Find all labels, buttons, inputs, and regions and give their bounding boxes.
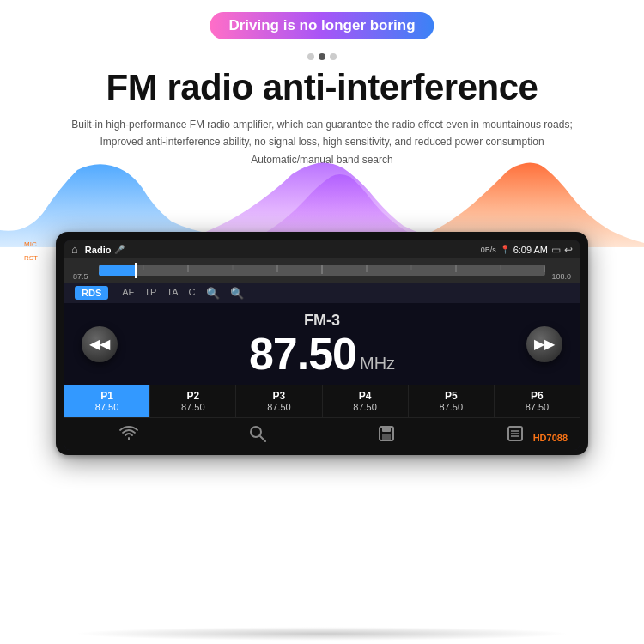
save-icon	[378, 425, 395, 447]
preset-4-freq: 87.50	[326, 402, 404, 412]
subtitle: Built-in high-performance FM radio ampli…	[0, 116, 644, 168]
rst-label: RST	[24, 254, 38, 262]
tuner-scale: 87.5 108.0	[64, 258, 580, 283]
subtitle-line2: Improved anti-interference ability, no s…	[0, 133, 644, 150]
nav-save[interactable]	[322, 425, 451, 447]
tuner-max: 108.0	[551, 272, 571, 281]
rds-c[interactable]: C	[189, 287, 196, 300]
rds-badge[interactable]: RDS	[75, 286, 108, 300]
nav-search[interactable]	[193, 425, 322, 447]
svg-line-12	[260, 436, 265, 441]
frequency-unit: MHz	[360, 354, 395, 374]
mic-label: MIC	[24, 240, 37, 248]
preset-1-freq: 87.50	[68, 402, 146, 412]
dot-2	[319, 53, 325, 60]
frequency-number: 87.50	[249, 331, 356, 376]
preset-6[interactable]: P6 87.50	[495, 385, 580, 417]
prev-button[interactable]: ◀◀	[82, 326, 118, 362]
signal-info: 0B/s	[481, 246, 496, 254]
dots-indicator	[307, 53, 337, 60]
preset-6-freq: 87.50	[498, 402, 576, 412]
search-icon	[249, 425, 266, 447]
preset-3[interactable]: P3 87.50	[236, 385, 322, 417]
home-icon[interactable]: ⌂	[71, 243, 78, 256]
svg-rect-14	[382, 427, 391, 432]
brand-label: HD7088	[533, 433, 568, 443]
preset-4[interactable]: P4 87.50	[323, 385, 409, 417]
rds-options: AF TP TA C 🔍 🔍	[122, 287, 243, 300]
app-name: Radio	[85, 245, 112, 255]
location-icon: 📍	[500, 245, 510, 254]
frequency-display: FM-3 87.50 MHz	[249, 312, 395, 376]
tuner-bar[interactable]	[99, 265, 545, 276]
next-button[interactable]: ▶▶	[526, 326, 562, 362]
radio-main-display: ◀◀ FM-3 87.50 MHz ▶▶	[64, 303, 580, 385]
device-mockup: ⌂ Radio 🎤 0B/s 📍 6:09 AM ▭ ↩ 87.5	[56, 232, 588, 455]
back-icon[interactable]: ↩	[564, 244, 573, 256]
dot-3	[330, 53, 337, 60]
preset-5-freq: 87.50	[412, 402, 490, 412]
presets-row: P1 87.50 P2 87.50 P3 87.50 P4 87.50 P5 8…	[64, 385, 580, 417]
svg-point-11	[251, 427, 261, 437]
menu-icon	[507, 425, 524, 447]
rds-row: RDS AF TP TA C 🔍 🔍	[64, 283, 580, 303]
fm-label: FM-3	[249, 312, 395, 330]
status-bar: ⌂ Radio 🎤 0B/s 📍 6:09 AM ▭ ↩	[64, 240, 580, 258]
preset-4-name: P4	[326, 390, 404, 402]
top-badge: Driving is no longer boring	[210, 12, 434, 39]
rds-tp[interactable]: TP	[144, 287, 156, 300]
battery-icon: ▭	[551, 244, 561, 256]
wifi-icon	[119, 426, 138, 446]
rds-af[interactable]: AF	[122, 287, 134, 300]
device-shadow	[73, 627, 571, 641]
tuner-min: 87.5	[73, 272, 88, 281]
main-heading: FM radio anti-interference	[0, 67, 644, 108]
preset-1[interactable]: P1 87.50	[64, 385, 150, 417]
preset-2-name: P2	[154, 390, 232, 402]
preset-2-freq: 87.50	[154, 402, 232, 412]
preset-2[interactable]: P2 87.50	[150, 385, 236, 417]
preset-1-name: P1	[68, 390, 146, 402]
device-screen: ⌂ Radio 🎤 0B/s 📍 6:09 AM ▭ ↩ 87.5	[64, 240, 580, 450]
preset-3-freq: 87.50	[240, 402, 318, 412]
dot-1	[307, 53, 314, 60]
svg-rect-16	[384, 428, 386, 431]
subtitle-line1: Built-in high-performance FM radio ampli…	[0, 116, 644, 133]
preset-3-name: P3	[240, 390, 318, 402]
preset-6-name: P6	[498, 390, 576, 402]
rds-search2[interactable]: 🔍	[230, 287, 244, 300]
rds-ta[interactable]: TA	[167, 287, 178, 300]
svg-rect-15	[382, 434, 391, 440]
preset-5[interactable]: P5 87.50	[409, 385, 495, 417]
nav-wifi[interactable]	[64, 426, 193, 446]
preset-5-name: P5	[412, 390, 490, 402]
bottom-nav: HD7088	[64, 417, 580, 450]
mic-icon: 🎤	[114, 245, 125, 254]
rds-search1[interactable]: 🔍	[206, 287, 220, 300]
status-time: 6:09 AM	[513, 245, 548, 255]
